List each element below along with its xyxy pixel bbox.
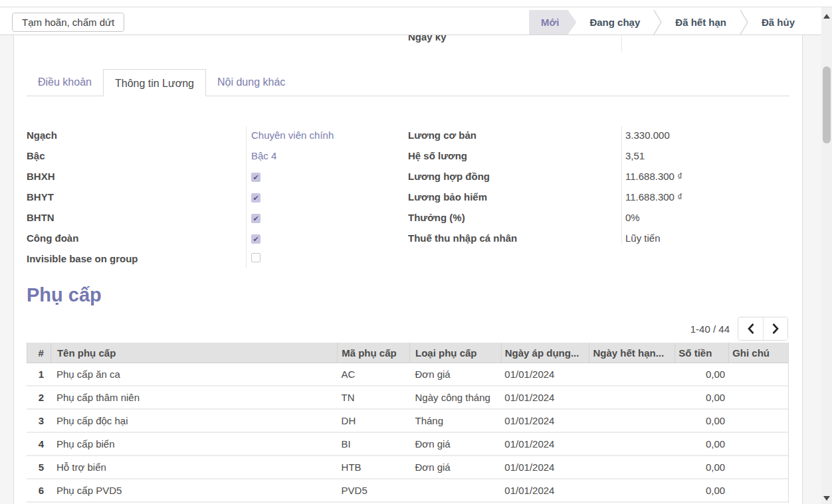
allowances-table: #Tên phụ cấpMã phụ cấpLoại phụ cấpNgày á… [27, 343, 789, 503]
suspend-terminate-button[interactable]: Tạm hoãn, chấm dứt [12, 13, 124, 32]
notebook-tabs: Điều khoảnThông tin LươngNội dung khác [27, 68, 789, 96]
field-row: BHTN✔ [27, 207, 399, 228]
column-header-3[interactable]: Mã phụ cấp [338, 343, 410, 363]
checkbox-checked[interactable]: ✔ [251, 214, 260, 223]
field-row: BậcBậc 4 [27, 145, 399, 166]
field-separator-line [621, 35, 622, 52]
vertical-scrollbar[interactable] [821, 7, 832, 504]
status-step-3[interactable]: Đã hết hạn [662, 10, 740, 35]
field-group-right: Lương cơ bản3.330.000Hệ số lương3,51Lươn… [408, 125, 793, 248]
pager-previous-button[interactable] [738, 317, 763, 340]
cell-8 [729, 479, 788, 501]
cell-6 [589, 386, 675, 408]
column-header-7[interactable]: Số tiền [675, 343, 729, 363]
column-header-4[interactable]: Loại phụ cấp [410, 343, 502, 363]
column-header-1[interactable]: # [27, 343, 51, 363]
table-row[interactable]: 3Phụ cấp độc hạiDHTháng01/01/20240,00 [27, 410, 788, 433]
scrollbar-thumb[interactable] [823, 66, 831, 143]
cell-2: Phụ cấp ăn ca [51, 363, 338, 385]
left-gutter [0, 35, 14, 504]
cell-3: HTB [338, 456, 410, 478]
tab-1[interactable]: Điều khoản [27, 68, 103, 96]
chevron-right-icon [772, 323, 779, 334]
chevron-left-icon [748, 323, 754, 334]
cell-8 [729, 386, 788, 408]
statusbar: MớiĐang chạyĐã hết hạnĐã hủy [529, 10, 808, 35]
field-label: Thưởng (%) [408, 212, 621, 223]
field-label: BHYT [27, 191, 246, 203]
table-row[interactable]: 4Phụ cấp biểnBIĐơn giá01/01/20240,00 [27, 433, 788, 456]
cell-4: Ngày công tháng [409, 386, 501, 408]
table-row[interactable]: 5Hỗ trợ biểnHTBĐơn giá01/01/20240,00 [27, 456, 788, 479]
cell-1: 4 [27, 433, 51, 455]
field-label: Thuế thu nhập cá nhân [408, 232, 621, 244]
cell-8 [729, 363, 788, 385]
cell-4 [409, 479, 501, 501]
field-value: 3,51 [625, 150, 645, 161]
column-header-5[interactable]: Ngày áp dụng... [502, 343, 589, 363]
field-label: Lương cơ bản [408, 129, 621, 141]
right-gutter [802, 35, 821, 504]
cell-6 [589, 433, 675, 455]
cell-1: 5 [27, 456, 51, 478]
tab-2[interactable]: Thông tin Lương [103, 69, 206, 96]
field-value: 11.688.300 ₫ [625, 171, 682, 182]
field-label: Invisible base on group [27, 253, 246, 264]
checkbox-checked[interactable]: ✔ [251, 173, 260, 182]
list-pager: 1-40 / 44 [690, 317, 788, 341]
field-value[interactable]: Bậc 4 [251, 150, 276, 161]
cell-2: Phụ cấp thâm niên [51, 386, 338, 408]
cell-8 [729, 433, 788, 455]
field-label: Công đoàn [27, 232, 246, 244]
scroll-down-icon[interactable] [823, 496, 830, 501]
field-value-cell: 3,51 [621, 150, 645, 161]
cell-5: 01/01/2024 [501, 386, 589, 408]
cell-5: 01/01/2024 [501, 479, 589, 501]
contract-form-page: Ngày ký Tạm hoãn, chấm dứt MớiĐang chạyĐ… [0, 0, 832, 504]
cell-6 [589, 363, 675, 385]
field-value: 3.330.000 [625, 129, 670, 141]
status-step-2[interactable]: Đang chạy [576, 10, 653, 35]
field-label: BHXH [27, 171, 246, 182]
cell-2: Phụ cấp độc hại [51, 410, 338, 432]
field-row: Công đoàn✔ [27, 228, 399, 248]
table-body: 1Phụ cấp ăn caACĐơn giá01/01/20240,002Ph… [27, 363, 788, 503]
field-value: Lũy tiến [625, 232, 661, 244]
cell-2: Phụ cấp PVD5 [51, 479, 338, 501]
statusbar-chevron-icon [740, 10, 748, 35]
field-value-cell: 0% [621, 212, 640, 223]
cell-4: Tháng [409, 410, 501, 432]
table-header-row: #Tên phụ cấpMã phụ cấpLoại phụ cấpNgày á… [27, 343, 788, 363]
table-row[interactable]: 2Phụ cấp thâm niênTNNgày công tháng01/01… [27, 386, 788, 410]
status-step-1[interactable]: Mới [529, 10, 576, 35]
column-header-6[interactable]: Ngày hết hạn... [589, 343, 676, 363]
scroll-up-icon[interactable] [823, 14, 830, 19]
cell-7: 0,00 [675, 386, 729, 408]
field-row: BHYT✔ [27, 187, 399, 207]
table-row[interactable]: 1Phụ cấp ăn caACĐơn giá01/01/20240,00 [27, 363, 788, 386]
field-value[interactable]: Chuyên viên chính [251, 129, 334, 141]
field-separator-line [621, 126, 622, 244]
field-separator-line [246, 126, 247, 268]
checkbox-checked[interactable]: ✔ [251, 234, 260, 244]
status-step-4[interactable]: Đã hủy [748, 10, 808, 35]
table-row[interactable]: 6Phụ cấp PVD5PVD501/01/20240,00 [27, 479, 788, 503]
checkbox-checked[interactable]: ✔ [251, 193, 260, 203]
column-header-8[interactable]: Ghi chú [729, 343, 788, 363]
field-value-cell: ✔ [246, 191, 260, 203]
header-divider [0, 7, 832, 7]
checkbox-unchecked[interactable] [251, 253, 260, 262]
cell-7: 0,00 [675, 456, 729, 478]
tab-3[interactable]: Nội dung khác [206, 68, 296, 96]
field-value: 11.688.300 ₫ [625, 191, 682, 203]
field-value-cell: Chuyên viên chính [246, 129, 334, 141]
field-group-left: NgạchChuyên viên chínhBậcBậc 4BHXH✔BHYT✔… [27, 125, 399, 269]
allowances-section-title: Phụ cấp [27, 284, 102, 306]
pager-next-button[interactable] [763, 317, 787, 340]
cell-3: AC [338, 363, 410, 385]
cell-6 [589, 479, 675, 501]
field-label: Lương hợp đồng [408, 171, 621, 182]
column-header-2[interactable]: Tên phụ cấp [51, 343, 338, 363]
pager-range: 1-40 / 44 [690, 323, 730, 335]
cell-2: Phụ cấp biển [51, 433, 338, 455]
